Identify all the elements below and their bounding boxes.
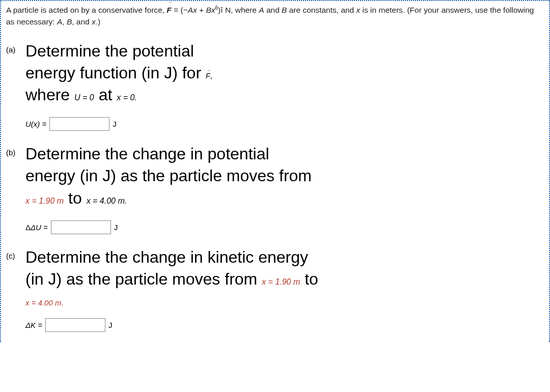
part-a-body: Determine the potential energy function … xyxy=(25,40,544,136)
problem-container: A particle is acted on by a conservative… xyxy=(0,0,550,342)
part-c-input[interactable] xyxy=(45,318,105,332)
part-a-prompt: Determine the potential energy function … xyxy=(25,40,544,106)
intro-text: , and xyxy=(72,17,92,26)
intro-text: A xyxy=(259,6,264,14)
intro-text: .) xyxy=(96,17,100,26)
intro-text: , xyxy=(62,17,67,26)
part-a-answer: U(x) = J xyxy=(25,117,544,131)
intro-text: = (− xyxy=(172,6,188,14)
answer-lhs: ΔΔU = xyxy=(25,223,48,232)
x-to-value: x = 4.00 m. xyxy=(25,298,64,307)
intro-text: î N, where xyxy=(221,6,259,14)
x-from-value: x = 1.90 m xyxy=(262,277,300,286)
part-b-answer: ΔΔU = J xyxy=(25,220,544,234)
part-c-prompt: Determine the change in kinetic energy (… xyxy=(25,246,544,290)
answer-lhs: ΔK = xyxy=(25,321,42,329)
intro-text: are constants, and xyxy=(287,6,356,14)
x-zero-condition: x = 0. xyxy=(117,93,137,102)
intro-text: Bx xyxy=(206,6,215,14)
answer-unit: J xyxy=(113,120,117,128)
intro-text: A particle is acted on by a conservative… xyxy=(6,6,167,14)
prompt-text: (in J) as the particle moves from xyxy=(25,270,262,288)
problem-intro: A particle is acted on by a conservative… xyxy=(1,1,549,31)
prompt-text: to xyxy=(64,189,86,207)
intro-text: Ax xyxy=(188,6,197,14)
intro-text: x xyxy=(92,17,96,26)
prompt-text: energy function (in J) for xyxy=(25,64,206,82)
x-to-value: x = 4.00 m. xyxy=(87,197,127,205)
intro-text: + xyxy=(197,6,206,14)
prompt-text: Determine the change in kinetic energy xyxy=(25,248,308,266)
force-vector-small: F xyxy=(206,72,210,80)
part-b-prompt: Determine the change in potential energy… xyxy=(25,143,544,209)
prompt-text: energy (in J) as the particle moves from xyxy=(25,166,312,185)
prompt-text: where xyxy=(25,86,74,104)
intro-text: A xyxy=(57,17,62,26)
part-b-label: (b) xyxy=(6,143,25,157)
prompt-text: to xyxy=(300,270,318,288)
part-c: (c) Determine the change in kinetic ener… xyxy=(6,246,544,337)
prompt-text: Determine the change in potential xyxy=(25,145,269,163)
part-a-label: (a) xyxy=(6,40,25,54)
part-c-label: (c) xyxy=(6,246,25,260)
parts-container: (a) Determine the potential energy funct… xyxy=(1,31,549,343)
x-from-value: x = 1.90 m xyxy=(25,197,64,205)
x-to-line: x = 4.00 m. xyxy=(25,298,544,307)
part-a: (a) Determine the potential energy funct… xyxy=(6,40,544,136)
u-zero-condition: U = 0 xyxy=(74,93,94,102)
answer-lhs: U(x) = xyxy=(25,120,46,128)
force-vector-symbol: F xyxy=(167,4,171,16)
part-b: (b) Determine the change in potential en… xyxy=(6,143,544,239)
answer-unit: J xyxy=(108,321,113,329)
part-c-answer: ΔK = J xyxy=(25,318,544,332)
intro-text: B xyxy=(67,17,72,26)
answer-unit: J xyxy=(114,223,118,232)
part-c-body: Determine the change in kinetic energy (… xyxy=(25,246,544,337)
intro-text: and xyxy=(264,6,282,14)
prompt-text: Determine the potential xyxy=(25,42,194,60)
part-b-input[interactable] xyxy=(51,220,111,234)
intro-text: B xyxy=(282,6,287,14)
part-a-input[interactable] xyxy=(49,117,109,131)
prompt-text: at xyxy=(94,86,117,104)
part-b-body: Determine the change in potential energy… xyxy=(25,143,544,239)
